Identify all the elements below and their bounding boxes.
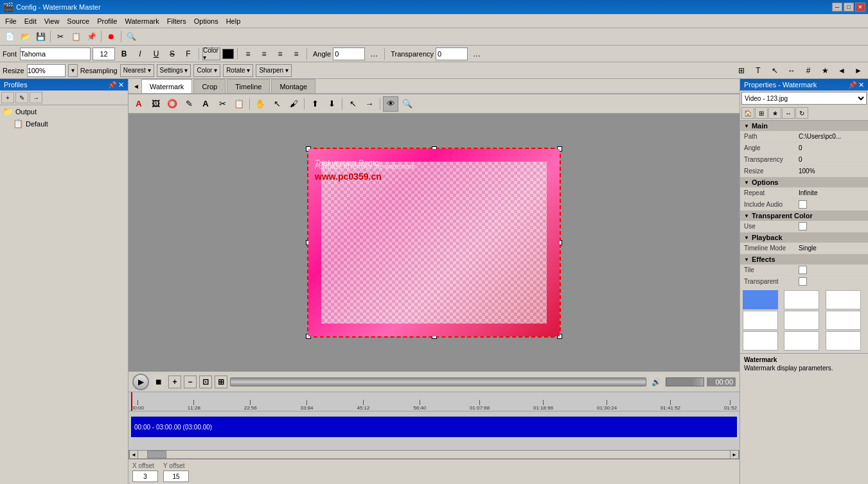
color-swatch[interactable] — [222, 49, 234, 59]
wm-delete-button[interactable]: ✂ — [215, 96, 230, 112]
zoom-plus-button[interactable]: + — [168, 376, 181, 388]
wm-copy-button[interactable]: 📋 — [231, 96, 247, 112]
profiles-pin-button[interactable]: 📌 — [108, 81, 117, 89]
menu-help[interactable]: Help — [222, 16, 245, 26]
cursor-tool-button[interactable]: ↖ — [768, 64, 782, 78]
grid-cell-mc[interactable] — [784, 311, 819, 330]
edit-profile-button[interactable]: ✎ — [15, 92, 28, 103]
justify-button[interactable]: ≡ — [289, 47, 303, 61]
color-dropdown[interactable]: Color ▾ — [202, 48, 220, 60]
menu-watermark[interactable]: Watermark — [121, 16, 163, 26]
profiles-close-button[interactable]: ✕ — [118, 81, 124, 89]
y-offset-input[interactable] — [163, 471, 189, 482]
bold-button[interactable]: B — [117, 47, 131, 61]
zoom-minus-button[interactable]: − — [184, 376, 197, 388]
right-panel-pin-button[interactable]: 📌 — [848, 81, 857, 89]
align-left-button[interactable]: ≡ — [241, 47, 255, 61]
file-dropdown[interactable]: Video - 123.jpg — [741, 92, 867, 105]
timeline-slider[interactable] — [230, 377, 646, 386]
star-tool-button[interactable]: ★ — [818, 64, 832, 78]
wm-layer-down-button[interactable]: ⬇ — [324, 96, 339, 112]
volume-slider[interactable] — [666, 377, 704, 386]
fullscreen-button[interactable]: ⊞ — [215, 376, 227, 388]
strikethrough-button[interactable]: S — [165, 47, 179, 61]
copy-button[interactable]: 📋 — [69, 30, 83, 44]
play-button[interactable]: ▶ — [132, 374, 149, 390]
grid-cell-ml[interactable] — [743, 311, 778, 330]
grid-cell-br[interactable] — [826, 331, 861, 350]
section-transparent-color[interactable]: Transparent Color — [740, 211, 868, 221]
settings-dropdown-button[interactable]: Settings ▾ — [157, 64, 191, 77]
rotate-dropdown-button[interactable]: Rotate ▾ — [223, 64, 253, 77]
cut-button[interactable]: ✂ — [53, 30, 67, 44]
grid-cell-bc[interactable] — [784, 331, 819, 350]
number-tool-button[interactable]: # — [801, 64, 815, 78]
resize-value[interactable] — [27, 64, 66, 77]
prop-tile-checkbox[interactable] — [799, 266, 807, 274]
transparency-input[interactable] — [436, 48, 468, 60]
wm-edit-button[interactable]: ✎ — [181, 96, 197, 112]
wm-cursor-button[interactable]: ↖ — [345, 96, 360, 112]
angle-input[interactable] — [333, 48, 365, 60]
tab-prev-button[interactable]: ◄ — [131, 79, 141, 93]
wm-layer-up-button[interactable]: ⬆ — [307, 96, 323, 112]
font-size-input[interactable] — [93, 48, 115, 60]
open-button[interactable]: 📂 — [18, 30, 32, 44]
italic-button[interactable]: I — [133, 47, 147, 61]
text-tool-button[interactable]: T — [751, 64, 765, 78]
scroll-right-arrow[interactable]: ► — [730, 450, 739, 459]
fit-button[interactable]: ⊡ — [199, 376, 212, 388]
sharpen-dropdown-button[interactable]: Sharpen ▾ — [256, 64, 292, 77]
stop-button[interactable]: ⏹ — [152, 375, 166, 389]
menu-file[interactable]: File — [1, 16, 21, 26]
color-dropdown-button[interactable]: Color ▾ — [193, 64, 220, 77]
arrow-profile-button[interactable]: → — [30, 92, 42, 103]
scroll-left-button[interactable]: ◄ — [835, 64, 849, 78]
section-options[interactable]: Options — [740, 177, 868, 187]
prop-use-checkbox[interactable] — [799, 222, 807, 230]
maximize-button[interactable]: □ — [844, 3, 854, 12]
align-center-button[interactable]: ≡ — [257, 47, 271, 61]
resampling-dropdown-button[interactable]: Nearest ▾ — [120, 64, 154, 77]
prop-audio-checkbox[interactable] — [799, 200, 807, 209]
menu-profile[interactable]: Profile — [93, 16, 121, 26]
grid-cell-tr[interactable] — [826, 290, 861, 309]
props-refresh-button[interactable]: ↻ — [795, 107, 808, 119]
props-star-button[interactable]: ★ — [768, 107, 781, 119]
section-main[interactable]: Main — [740, 121, 868, 131]
wm-preview-button[interactable]: 👁 — [383, 96, 398, 112]
volume-button[interactable]: 🔊 — [649, 375, 663, 389]
record-button[interactable]: ⏺ — [104, 30, 118, 44]
playhead[interactable] — [131, 392, 132, 411]
resize-handle-button[interactable]: ↔ — [784, 64, 799, 78]
align-right-button[interactable]: ≡ — [273, 47, 287, 61]
wm-brush-button[interactable]: 🖌 — [286, 96, 301, 112]
add-profile-button[interactable]: + — [1, 92, 14, 103]
menu-filters[interactable]: Filters — [163, 16, 190, 26]
wm-add-image-button[interactable]: 🖼 — [148, 96, 163, 112]
tab-timeline[interactable]: Timeline — [227, 79, 270, 93]
profile-default[interactable]: 📋 Default — [0, 117, 128, 130]
wm-move-button[interactable]: ✋ — [252, 96, 268, 112]
scroll-right-button[interactable]: ► — [851, 64, 865, 78]
zoom-in-button[interactable]: 🔍 — [124, 30, 138, 44]
wm-pointer-button[interactable]: ↖ — [269, 96, 285, 112]
menu-edit[interactable]: Edit — [21, 16, 40, 26]
wm-add-text-button[interactable]: A — [131, 96, 146, 112]
track-bar[interactable]: 00:00 - 03:00.00 (03:00.00) — [131, 417, 737, 437]
resize-dropdown-button[interactable]: ▾ — [68, 64, 78, 77]
wm-forward-button[interactable]: → — [362, 96, 377, 112]
props-home-button[interactable]: 🏠 — [741, 107, 754, 119]
minimize-button[interactable]: ─ — [832, 3, 842, 12]
wm-add-shape-button[interactable]: ⭕ — [164, 96, 180, 112]
underline-button[interactable]: U — [149, 47, 163, 61]
props-arrows-button[interactable]: ↔ — [782, 107, 795, 119]
scroll-left-arrow[interactable]: ◄ — [129, 450, 138, 459]
right-panel-close-button[interactable]: ✕ — [858, 81, 864, 89]
transparency-more-button[interactable]: … — [470, 47, 484, 61]
wm-text-format-button[interactable]: A — [198, 96, 213, 112]
grid-view-button[interactable]: ⊞ — [734, 64, 748, 78]
scrollbar-thumb[interactable] — [147, 451, 166, 458]
canvas-image[interactable]: Trial version Demo. Purchase to remove t… — [307, 148, 561, 338]
grid-cell-bl[interactable] — [743, 331, 778, 350]
